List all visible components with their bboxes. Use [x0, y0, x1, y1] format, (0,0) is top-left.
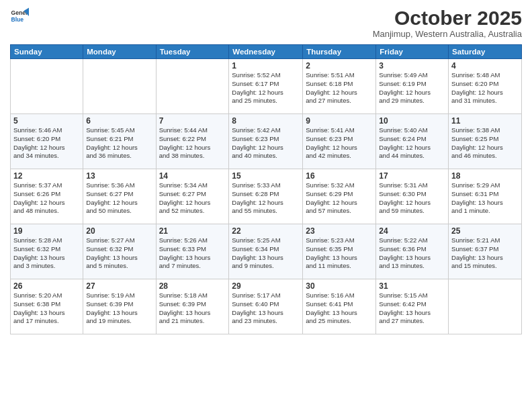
day-number: 24: [379, 226, 445, 236]
day-info: Sunrise: 5:33 AM Sunset: 6:28 PM Dayligh…: [232, 181, 300, 216]
day-info: Sunrise: 5:36 AM Sunset: 6:27 PM Dayligh…: [86, 181, 152, 216]
calendar-cell: [156, 59, 229, 114]
month-title: October 2025: [373, 7, 522, 29]
day-number: 15: [232, 171, 300, 181]
day-info: Sunrise: 5:29 AM Sunset: 6:31 PM Dayligh…: [451, 181, 519, 216]
day-info: Sunrise: 5:46 AM Sunset: 6:20 PM Dayligh…: [13, 126, 80, 161]
logo-icon: General Blue: [10, 7, 29, 26]
day-info: Sunrise: 5:41 AM Sunset: 6:23 PM Dayligh…: [306, 126, 373, 161]
day-number: 22: [232, 226, 300, 236]
calendar-cell: 24Sunrise: 5:22 AM Sunset: 6:36 PM Dayli…: [376, 224, 449, 279]
location: Manjimup, Western Australia, Australia: [373, 29, 522, 39]
day-number: 13: [86, 171, 152, 181]
day-number: 17: [379, 171, 445, 181]
calendar-cell: 13Sunrise: 5:36 AM Sunset: 6:27 PM Dayli…: [83, 169, 156, 224]
day-number: 25: [451, 226, 519, 236]
calendar-cell: 16Sunrise: 5:32 AM Sunset: 6:29 PM Dayli…: [303, 169, 376, 224]
day-number: 5: [13, 116, 80, 126]
weekday-header: Tuesday: [156, 45, 229, 59]
calendar-cell: [83, 59, 156, 114]
calendar-cell: 1Sunrise: 5:52 AM Sunset: 6:17 PM Daylig…: [229, 59, 303, 114]
day-number: 29: [232, 281, 300, 291]
day-number: 9: [306, 116, 373, 126]
calendar-cell: 15Sunrise: 5:33 AM Sunset: 6:28 PM Dayli…: [229, 169, 303, 224]
day-number: 16: [306, 171, 373, 181]
calendar-cell: 12Sunrise: 5:37 AM Sunset: 6:26 PM Dayli…: [11, 169, 83, 224]
day-info: Sunrise: 5:42 AM Sunset: 6:23 PM Dayligh…: [232, 126, 300, 161]
calendar-cell: 28Sunrise: 5:18 AM Sunset: 6:39 PM Dayli…: [156, 279, 229, 334]
calendar-cell: 20Sunrise: 5:27 AM Sunset: 6:32 PM Dayli…: [83, 224, 156, 279]
calendar-cell: 10Sunrise: 5:40 AM Sunset: 6:24 PM Dayli…: [376, 114, 449, 169]
day-info: Sunrise: 5:23 AM Sunset: 6:35 PM Dayligh…: [306, 236, 373, 271]
header: General Blue October 2025 Manjimup, West…: [10, 7, 522, 39]
day-info: Sunrise: 5:28 AM Sunset: 6:32 PM Dayligh…: [13, 236, 80, 271]
day-number: 18: [451, 171, 519, 181]
calendar-cell: 7Sunrise: 5:44 AM Sunset: 6:22 PM Daylig…: [156, 114, 229, 169]
calendar-cell: 26Sunrise: 5:20 AM Sunset: 6:38 PM Dayli…: [11, 279, 83, 334]
calendar-table: SundayMondayTuesdayWednesdayThursdayFrid…: [10, 44, 522, 334]
calendar-cell: 18Sunrise: 5:29 AM Sunset: 6:31 PM Dayli…: [449, 169, 522, 224]
calendar-week-row: 5Sunrise: 5:46 AM Sunset: 6:20 PM Daylig…: [11, 114, 522, 169]
day-info: Sunrise: 5:17 AM Sunset: 6:40 PM Dayligh…: [232, 291, 300, 326]
calendar-cell: 30Sunrise: 5:16 AM Sunset: 6:41 PM Dayli…: [303, 279, 376, 334]
day-info: Sunrise: 5:26 AM Sunset: 6:33 PM Dayligh…: [159, 236, 226, 271]
day-number: 2: [306, 61, 373, 71]
weekday-header: Monday: [83, 45, 156, 59]
calendar-cell: 31Sunrise: 5:15 AM Sunset: 6:42 PM Dayli…: [376, 279, 449, 334]
day-info: Sunrise: 5:49 AM Sunset: 6:19 PM Dayligh…: [379, 71, 445, 105]
calendar-cell: 8Sunrise: 5:42 AM Sunset: 6:23 PM Daylig…: [229, 114, 303, 169]
calendar-cell: 4Sunrise: 5:48 AM Sunset: 6:20 PM Daylig…: [449, 59, 522, 114]
calendar-cell: [11, 59, 83, 114]
calendar-cell: 22Sunrise: 5:25 AM Sunset: 6:34 PM Dayli…: [229, 224, 303, 279]
day-number: 26: [13, 281, 80, 291]
day-info: Sunrise: 5:37 AM Sunset: 6:26 PM Dayligh…: [13, 181, 80, 216]
calendar-cell: 14Sunrise: 5:34 AM Sunset: 6:27 PM Dayli…: [156, 169, 229, 224]
day-info: Sunrise: 5:31 AM Sunset: 6:30 PM Dayligh…: [379, 181, 445, 216]
day-number: 27: [86, 281, 152, 291]
day-number: 20: [86, 226, 152, 236]
calendar-cell: 11Sunrise: 5:38 AM Sunset: 6:25 PM Dayli…: [449, 114, 522, 169]
weekday-header: Thursday: [303, 45, 376, 59]
title-block: October 2025 Manjimup, Western Australia…: [373, 7, 522, 39]
calendar-cell: 25Sunrise: 5:21 AM Sunset: 6:37 PM Dayli…: [449, 224, 522, 279]
calendar-cell: 27Sunrise: 5:19 AM Sunset: 6:39 PM Dayli…: [83, 279, 156, 334]
day-info: Sunrise: 5:40 AM Sunset: 6:24 PM Dayligh…: [379, 126, 445, 161]
day-number: 23: [306, 226, 373, 236]
day-number: 7: [159, 116, 226, 126]
weekday-header: Wednesday: [229, 45, 303, 59]
day-number: 1: [232, 61, 300, 71]
calendar-cell: 29Sunrise: 5:17 AM Sunset: 6:40 PM Dayli…: [229, 279, 303, 334]
day-number: 21: [159, 226, 226, 236]
calendar-week-row: 26Sunrise: 5:20 AM Sunset: 6:38 PM Dayli…: [11, 279, 522, 334]
day-number: 6: [86, 116, 152, 126]
day-info: Sunrise: 5:21 AM Sunset: 6:37 PM Dayligh…: [451, 236, 519, 271]
day-number: 3: [379, 61, 445, 71]
day-number: 10: [379, 116, 445, 126]
day-number: 31: [379, 281, 445, 291]
day-number: 11: [451, 116, 519, 126]
day-info: Sunrise: 5:19 AM Sunset: 6:39 PM Dayligh…: [86, 291, 152, 326]
day-info: Sunrise: 5:27 AM Sunset: 6:32 PM Dayligh…: [86, 236, 152, 271]
day-info: Sunrise: 5:18 AM Sunset: 6:39 PM Dayligh…: [159, 291, 226, 326]
calendar-page: General Blue October 2025 Manjimup, West…: [0, 0, 532, 411]
weekday-header-row: SundayMondayTuesdayWednesdayThursdayFrid…: [11, 45, 522, 59]
weekday-header: Friday: [376, 45, 449, 59]
calendar-cell: 19Sunrise: 5:28 AM Sunset: 6:32 PM Dayli…: [11, 224, 83, 279]
day-number: 28: [159, 281, 226, 291]
calendar-cell: [449, 279, 522, 334]
day-info: Sunrise: 5:51 AM Sunset: 6:18 PM Dayligh…: [306, 71, 373, 105]
day-info: Sunrise: 5:34 AM Sunset: 6:27 PM Dayligh…: [159, 181, 226, 216]
day-info: Sunrise: 5:25 AM Sunset: 6:34 PM Dayligh…: [232, 236, 300, 271]
day-number: 19: [13, 226, 80, 236]
day-info: Sunrise: 5:20 AM Sunset: 6:38 PM Dayligh…: [13, 291, 80, 326]
day-info: Sunrise: 5:45 AM Sunset: 6:21 PM Dayligh…: [86, 126, 152, 161]
calendar-cell: 6Sunrise: 5:45 AM Sunset: 6:21 PM Daylig…: [83, 114, 156, 169]
day-info: Sunrise: 5:52 AM Sunset: 6:17 PM Dayligh…: [232, 71, 300, 105]
day-info: Sunrise: 5:32 AM Sunset: 6:29 PM Dayligh…: [306, 181, 373, 216]
calendar-cell: 23Sunrise: 5:23 AM Sunset: 6:35 PM Dayli…: [303, 224, 376, 279]
calendar-cell: 5Sunrise: 5:46 AM Sunset: 6:20 PM Daylig…: [11, 114, 83, 169]
weekday-header: Saturday: [449, 45, 522, 59]
day-info: Sunrise: 5:16 AM Sunset: 6:41 PM Dayligh…: [306, 291, 373, 326]
calendar-week-row: 1Sunrise: 5:52 AM Sunset: 6:17 PM Daylig…: [11, 59, 522, 114]
calendar-cell: 17Sunrise: 5:31 AM Sunset: 6:30 PM Dayli…: [376, 169, 449, 224]
